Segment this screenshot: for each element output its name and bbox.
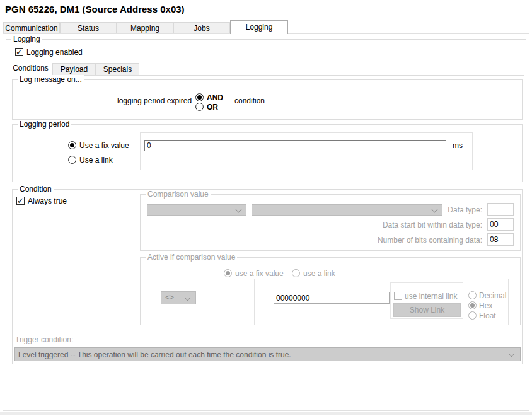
period-unit-label: ms [453, 141, 463, 150]
page-title: PGN 65226, DM1 (Source Address 0x03) [5, 4, 185, 14]
comparison-source-dropdown[interactable] [147, 204, 246, 216]
conditions-panel: Log message on... logging period expired… [9, 75, 524, 407]
active-use-link-label: use a link [303, 269, 335, 278]
internal-link-box: use internal link Show Link [390, 282, 463, 319]
format-decimal-radio[interactable] [468, 291, 477, 299]
comparison-value-input[interactable] [274, 292, 390, 304]
data-type-input[interactable] [487, 203, 514, 216]
use-internal-link-label: use internal link [405, 292, 457, 301]
active-use-link-radio[interactable] [292, 269, 300, 277]
tab-status[interactable]: Status [60, 22, 117, 34]
tab-jobs[interactable]: Jobs [173, 22, 230, 34]
comparison-signal-dropdown[interactable] [252, 204, 442, 216]
or-label: OR [207, 103, 218, 112]
chevron-down-icon [236, 207, 241, 212]
period-use-link-label: Use a link [79, 156, 113, 165]
format-float-radio[interactable] [468, 311, 477, 320]
logging-tab-panel: Logging Logging enabled Conditions Paylo… [3, 33, 529, 411]
splitter-bar[interactable] [0, 412, 532, 415]
logging-settings-screen: PGN 65226, DM1 (Source Address 0x03) Com… [0, 0, 532, 416]
bit-count-input[interactable] [487, 233, 514, 246]
log-message-on-groupbox: Log message on... logging period expired… [12, 79, 523, 120]
chevron-down-icon [432, 207, 437, 212]
active-fix-value-label: use a fix value [235, 269, 284, 278]
chevron-down-icon [509, 352, 514, 357]
condition-word-label: condition [234, 96, 265, 105]
period-fix-value-label: Use a fix value [79, 141, 129, 150]
logging-enabled-label: Logging enabled [26, 48, 83, 57]
data-start-bit-label: Data start bit within data type: [383, 221, 482, 229]
logging-enabled-checkbox[interactable] [15, 48, 23, 56]
active-fix-value-radio[interactable] [224, 269, 232, 277]
period-value-input[interactable] [144, 140, 446, 151]
log-message-on-label: Log message on... [18, 75, 84, 84]
period-value-panel [140, 132, 473, 170]
format-hex-label: Hex [479, 301, 492, 310]
format-decimal-label: Decimal [479, 291, 506, 300]
tab-communication[interactable]: Communication [3, 22, 60, 34]
subtab-conditions[interactable]: Conditions [9, 61, 52, 76]
data-type-label: Data type: [448, 205, 482, 214]
trigger-condition-value: Level triggered -- This operation will b… [18, 350, 291, 359]
logging-period-groupbox: Logging period Use a fix value Use a lin… [12, 124, 523, 182]
and-radio[interactable] [195, 93, 204, 101]
comparison-value-groupbox: Comparison value Data type: Data start b… [140, 194, 521, 251]
logging-period-label: Logging period [18, 120, 71, 129]
format-hex-radio[interactable] [468, 301, 477, 309]
chevron-down-icon [185, 296, 190, 301]
logging-groupbox: Logging Logging enabled Conditions Paylo… [6, 39, 526, 408]
format-float-label: Float [479, 311, 496, 320]
period-fix-value-radio[interactable] [68, 141, 76, 149]
condition-group-label: Condition [18, 185, 54, 194]
condition-groupbox: Condition Always true Comparison value D… [12, 189, 523, 364]
active-if-label: Active if comparison value [146, 253, 237, 262]
active-value-panel: use internal link Show Link Decimal Hex … [254, 279, 509, 325]
or-radio[interactable] [195, 103, 204, 111]
operator-value: <> [165, 293, 174, 302]
subtab-specials[interactable]: Specials [96, 63, 139, 76]
tab-mapping[interactable]: Mapping [117, 22, 173, 34]
comparison-operator-dropdown[interactable]: <> [161, 291, 196, 304]
data-start-bit-input[interactable] [487, 218, 514, 231]
and-label: AND [207, 93, 223, 102]
trigger-condition-dropdown[interactable]: Level triggered -- This operation will b… [14, 347, 521, 361]
active-if-groupbox: Active if comparison value use a fix val… [140, 257, 521, 325]
always-true-checkbox[interactable] [16, 197, 25, 205]
show-link-button[interactable]: Show Link [393, 303, 461, 317]
logging-group-label: Logging [11, 35, 42, 44]
always-true-label: Always true [28, 197, 67, 205]
comparison-value-label: Comparison value [146, 190, 211, 199]
logging-period-expired-label: logging period expired [117, 96, 192, 105]
tab-logging[interactable]: Logging [230, 20, 288, 34]
period-use-link-radio[interactable] [68, 156, 76, 164]
use-internal-link-checkbox[interactable] [394, 292, 402, 300]
subtab-payload[interactable]: Payload [52, 63, 96, 76]
trigger-condition-label: Trigger condition: [15, 335, 73, 344]
bit-count-label: Number of bits containing data: [378, 236, 482, 245]
